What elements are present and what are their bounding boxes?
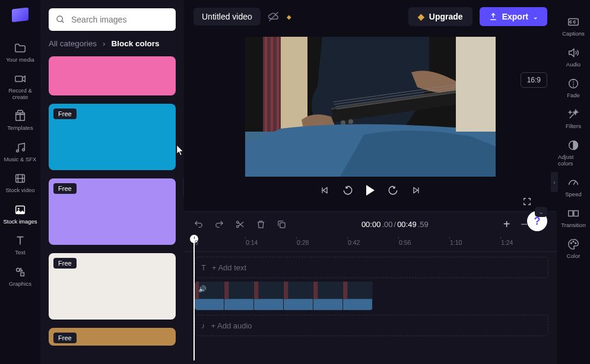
search-box[interactable] (49, 8, 176, 31)
main-area: Untitled video ◆ ◆ Upgrade Export ⌄ 16:9 (184, 0, 557, 364)
search-icon (56, 15, 65, 24)
color-tile-2[interactable]: Free (49, 178, 176, 245)
fullscreen-icon[interactable] (522, 197, 532, 206)
svg-rect-53 (569, 210, 573, 216)
text-icon (14, 234, 27, 247)
right-sidebar: › CaptionsAudioFadeFiltersAdjust colorsS… (557, 0, 590, 364)
svg-point-9 (57, 16, 62, 21)
timeline: 00:00.00 / 00:49.59 + − 00:140:280:420:5… (184, 211, 557, 364)
color-tile-3[interactable]: Free (49, 253, 176, 320)
clip-audio-icon[interactable]: 🔊 (198, 285, 207, 293)
topbar: Untitled video ◆ ◆ Upgrade Export ⌄ (184, 0, 557, 33)
cloud-sync-off-icon[interactable] (268, 11, 280, 23)
svg-rect-0 (15, 76, 23, 82)
timeline-ruler[interactable]: 00:140:280:420:561:101:24 (184, 237, 557, 252)
contrast-icon (567, 139, 580, 152)
color-tile-0[interactable] (49, 56, 176, 95)
rewind-icon[interactable] (342, 185, 353, 196)
audio-track[interactable]: ♪ + Add audio (195, 315, 548, 336)
timeline-toolbar: 00:00.00 / 00:49.59 + − (184, 212, 557, 237)
palette-icon (567, 238, 580, 251)
free-tag: Free (53, 183, 77, 194)
svg-line-10 (62, 21, 64, 23)
nav-stock-video[interactable]: Stock video (0, 167, 40, 198)
skip-end-icon[interactable] (411, 186, 421, 195)
shapes-icon (14, 266, 27, 279)
playback-controls (320, 185, 421, 196)
video-clip[interactable]: 🔊 (195, 282, 373, 310)
search-input[interactable] (71, 15, 175, 24)
delete-icon[interactable] (256, 219, 266, 229)
svg-point-57 (575, 242, 576, 244)
svg-rect-45 (313, 299, 342, 310)
svg-rect-31 (280, 222, 286, 228)
rs-audio[interactable]: Audio (557, 41, 590, 72)
svg-rect-54 (574, 210, 578, 216)
svg-point-2 (17, 149, 19, 152)
nav-templates[interactable]: Templates (0, 105, 40, 136)
play-button[interactable] (366, 185, 375, 196)
undo-icon[interactable] (194, 219, 204, 229)
speaker-icon (567, 46, 580, 59)
video-preview[interactable] (245, 37, 496, 177)
nav-stock-images[interactable]: Stock images (0, 199, 40, 229)
folder-icon (14, 41, 27, 55)
rs-transition[interactable]: Transition (557, 202, 590, 233)
svg-rect-36 (224, 299, 253, 310)
text-icon: T (201, 263, 206, 272)
diamond-icon: ◆ (418, 12, 424, 21)
svg-rect-35 (224, 282, 253, 299)
project-title[interactable]: Untitled video (194, 8, 261, 25)
svg-point-26 (341, 120, 345, 125)
rs-fade[interactable]: Fade (557, 72, 590, 103)
music-note-icon: ♪ (201, 321, 205, 330)
color-tile-1[interactable]: Free (49, 104, 176, 170)
rs-color[interactable]: Color (557, 233, 590, 264)
upgrade-button[interactable]: ◆ Upgrade (408, 7, 472, 26)
cc-icon (567, 15, 580, 28)
svg-point-56 (573, 241, 574, 242)
color-tile-4[interactable]: Free (49, 328, 176, 346)
chevron-down-icon: ⌄ (533, 14, 538, 20)
ruler-tick: 0:42 (348, 239, 360, 246)
forward-icon[interactable] (388, 185, 398, 196)
rs-captions[interactable]: Captions (557, 11, 590, 41)
redo-icon[interactable] (214, 219, 224, 229)
ruler-tick: 1:10 (450, 239, 462, 246)
svg-rect-42 (284, 299, 313, 310)
fade-icon (567, 77, 580, 90)
nav-your-media[interactable]: Your media (0, 37, 40, 68)
film-icon (14, 172, 27, 185)
svg-rect-40 (254, 282, 258, 299)
nav-text[interactable]: Text (0, 229, 40, 260)
camera-icon (14, 72, 27, 85)
nav-record-create[interactable]: Record & create (0, 68, 40, 105)
svg-rect-43 (284, 282, 288, 299)
aspect-ratio-button[interactable]: 16:9 (521, 72, 547, 88)
breadcrumb-root[interactable]: All categories (49, 39, 97, 48)
svg-point-55 (570, 242, 572, 244)
rs-speed[interactable]: Speed (557, 171, 590, 202)
left-nav: Your mediaRecord & createTemplatesMusic … (0, 0, 40, 364)
nav-music-sfx[interactable]: Music & SFX (0, 136, 40, 167)
skip-start-icon[interactable] (320, 186, 329, 195)
right-collapse-handle[interactable]: › (551, 172, 558, 192)
gift-icon (14, 110, 27, 123)
split-icon[interactable] (235, 219, 245, 229)
ruler-tick: 0:56 (399, 239, 411, 246)
rs-adjust[interactable]: Adjust colors (557, 134, 590, 171)
svg-rect-41 (284, 282, 313, 299)
svg-rect-49 (343, 282, 347, 299)
export-button[interactable]: Export ⌄ (480, 7, 547, 26)
zoom-add-icon[interactable]: + (503, 218, 510, 231)
rs-filters[interactable]: Filters (557, 103, 590, 134)
svg-rect-38 (254, 282, 283, 299)
expand-preview-icon[interactable]: ⌄ (535, 207, 547, 217)
ruler-tick: 0:14 (246, 239, 258, 246)
text-track[interactable]: T + Add text (195, 257, 548, 278)
nav-graphics[interactable]: Graphics (0, 261, 40, 292)
breadcrumb: All categories › Block colors (49, 39, 176, 48)
tiles-list: FreeFreeFreeFree (49, 56, 176, 364)
svg-rect-28 (456, 37, 496, 132)
duplicate-icon[interactable] (277, 219, 287, 229)
